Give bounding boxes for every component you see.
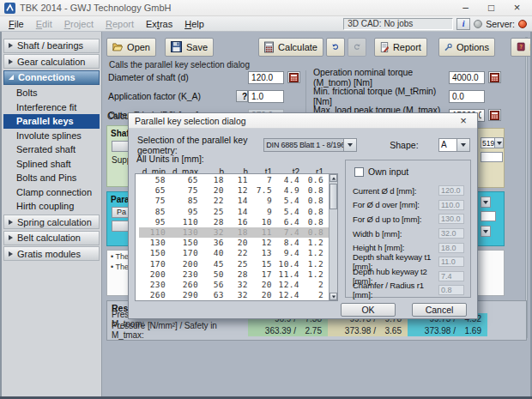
menu-help[interactable]: Help: [178, 19, 210, 29]
sidebar-label: Splined shaft: [16, 159, 71, 169]
report-button[interactable]: Report: [374, 38, 427, 57]
cancel-button[interactable]: Cancel: [412, 303, 467, 317]
sidebar-item-serrated-shaft[interactable]: Serrated shaft: [3, 142, 100, 157]
maximize-button[interactable]: □: [481, 1, 502, 15]
table-row[interactable]: 26029063322012.42: [139, 290, 329, 300]
scroll-down-icon[interactable]: [329, 293, 337, 300]
open-folder-icon: [112, 41, 123, 52]
close-button[interactable]: ×: [506, 1, 528, 15]
table-row[interactable]: 8595251495.40.8: [139, 207, 329, 217]
table-cell: 45: [198, 259, 224, 269]
application-factor-input[interactable]: [248, 90, 284, 103]
table-row[interactable]: 23026056322012.42: [139, 280, 329, 290]
table-cell: 10.4: [272, 259, 299, 269]
table-cell: 56: [198, 280, 224, 290]
table-row[interactable]: 1301503620128.41.2: [139, 238, 329, 248]
dialog-close-icon[interactable]: ×: [456, 114, 471, 127]
table-cell: 5.4: [272, 207, 299, 217]
chevron-down-icon[interactable]: [481, 196, 491, 208]
minimize-button[interactable]: –: [455, 1, 476, 15]
table-row[interactable]: 17020045251510.41.2: [139, 259, 329, 269]
calculator-mini-button[interactable]: [287, 71, 300, 83]
scrollbar-thumb[interactable]: [329, 184, 337, 209]
table-row[interactable]: 1501704022139.41.2: [139, 248, 329, 258]
undo-button[interactable]: [326, 38, 345, 57]
table-row[interactable]: 657520127.54.90.8: [139, 185, 329, 196]
field-label: For Ø d up to [mm]:: [353, 215, 421, 224]
material-combo[interactable]: 519: [481, 137, 504, 148]
chevron-down-icon[interactable]: [481, 226, 491, 237]
help-book-icon: ?: [517, 41, 525, 52]
menu-extras[interactable]: Extras: [140, 19, 178, 29]
redo-icon: [354, 42, 360, 51]
table-cell: 28: [198, 217, 224, 227]
ok-button[interactable]: OK: [341, 303, 396, 317]
help-question-button[interactable]: ?: [236, 90, 248, 102]
sidebar-section-connections[interactable]: Connections: [3, 70, 100, 85]
open-label: Open: [127, 42, 150, 52]
sidebar-item-parallel-keys[interactable]: Parallel keys: [3, 114, 100, 129]
sidebar-section-gratis-modules[interactable]: Gratis modules: [3, 246, 100, 261]
chevron-down-icon[interactable]: [344, 138, 357, 152]
sidebar-item-involute-splines[interactable]: Involute splines: [3, 129, 100, 143]
table-cell: 0.8: [299, 185, 323, 196]
sidebar-label: Involute splines: [16, 130, 82, 141]
help-button[interactable]: ? Help: [511, 38, 532, 57]
sidebar-item-hirth-coupling[interactable]: Hirth coupling: [3, 199, 100, 214]
table-row[interactable]: 7585221495.40.8: [139, 196, 329, 206]
window-edge: [0, 32, 2, 399]
menu-file[interactable]: File: [3, 19, 30, 29]
table-cell: 95: [166, 207, 198, 217]
sidebar-label: Bolts and Pins: [16, 172, 76, 183]
table-row[interactable]: 5865181174.40.6: [139, 175, 329, 185]
sidebar-item-splined-shaft[interactable]: Splined shaft: [3, 157, 100, 172]
sidebar-item-bolts-and-pins[interactable]: Bolts and Pins: [3, 171, 100, 185]
calculate-button[interactable]: Calculate: [258, 38, 323, 57]
sidebar-item-interference-fit[interactable]: Interference fit: [3, 100, 100, 115]
sidebar-section-gear-calculation[interactable]: Gear calculation: [3, 54, 100, 69]
settings-combo[interactable]: [481, 196, 504, 208]
options-button[interactable]: Options: [438, 38, 495, 57]
chevron-down-icon[interactable]: [495, 137, 504, 148]
info-icon[interactable]: i: [456, 18, 470, 30]
calculator-icon: [264, 41, 274, 53]
table-row[interactable]: 20023050281711.41.2: [139, 269, 329, 280]
sidebar-item-clamp-connection[interactable]: Clamp connection: [3, 185, 100, 200]
frictional-torque-input[interactable]: [449, 90, 485, 103]
calculator-mini-button[interactable]: [488, 109, 501, 121]
open-button[interactable]: Open: [106, 38, 156, 57]
sidebar-section-spring-calculation[interactable]: Spring calculation: [3, 215, 100, 229]
field-label: For Ø d over [mm]:: [353, 200, 420, 209]
calculator-mini-button[interactable]: [488, 71, 501, 83]
nominal-torque-input[interactable]: [449, 71, 485, 84]
own-input-checkbox-row[interactable]: Own input: [354, 166, 408, 177]
geometry-label: Selection of the parallel key geometry:: [137, 135, 263, 155]
settings-combo[interactable]: [481, 226, 504, 237]
sidebar-label: Connections: [18, 72, 76, 82]
geometry-combo[interactable]: DIN 6885 Blatt 1 - 8/1968: [263, 138, 357, 152]
table-row[interactable]: 951102816106.40.8: [139, 217, 329, 227]
table-scrollbar[interactable]: [329, 174, 337, 300]
title-bar: TBK 2014 - GWJ Technology GmbH – □ ×: [0, 0, 532, 16]
sidebar: Shaft / bearingsGear calculationConnecti…: [2, 32, 102, 396]
settings-field[interactable]: [481, 211, 496, 221]
sidebar-section-shaft-bearings[interactable]: Shaft / bearings: [3, 39, 100, 53]
scroll-up-icon[interactable]: [329, 174, 337, 182]
save-button[interactable]: Save: [165, 38, 214, 57]
sidebar-section-belt-calculation[interactable]: Belt calculation: [3, 231, 100, 245]
result-value: 2.75: [296, 326, 324, 336]
form-row-frictional-torque: Min. frictional torque (M_tRmin) [Nm]: [313, 89, 523, 103]
result-value: 373.98 /: [328, 326, 376, 336]
shape-combo[interactable]: A: [438, 138, 470, 152]
table-cell: 170: [139, 259, 166, 269]
own-input-checkbox[interactable]: [354, 167, 364, 177]
table-cell: 230: [166, 269, 198, 280]
chevron-down-icon[interactable]: [457, 138, 470, 152]
sidebar-item-bolts[interactable]: Bolts: [3, 86, 100, 100]
table-row[interactable]: 1101303218117.40.8: [139, 227, 329, 238]
material-field[interactable]: [481, 152, 503, 162]
table-cell: 260: [166, 280, 198, 290]
triangle-collapsed-icon: [9, 251, 13, 257]
shaft-diameter-input[interactable]: [248, 71, 284, 84]
own-input-row: Chamfer / Radius r1 [mm]:: [353, 283, 464, 298]
